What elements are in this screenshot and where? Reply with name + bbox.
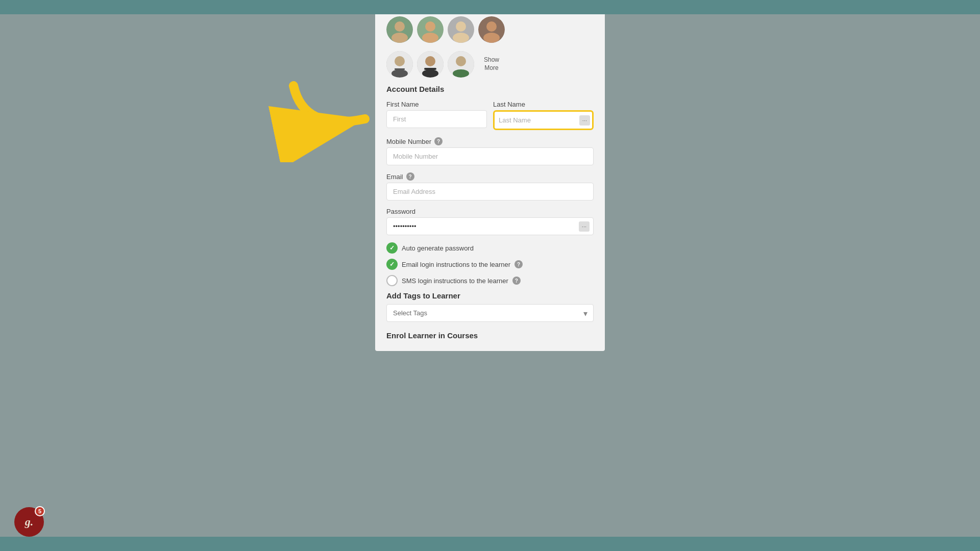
svg-point-5 bbox=[422, 33, 438, 43]
email-group: Email ? bbox=[386, 172, 594, 201]
password-toggle-button[interactable]: ··· bbox=[579, 221, 590, 232]
first-name-label-row: First Name bbox=[386, 101, 487, 108]
password-group: Password ··· bbox=[386, 208, 594, 235]
email-label-row: Email ? bbox=[386, 172, 594, 181]
avatar-6[interactable] bbox=[417, 51, 444, 78]
email-label: Email bbox=[386, 173, 403, 181]
mobile-group: Mobile Number ? bbox=[386, 137, 594, 165]
logo-text: g. bbox=[25, 515, 34, 529]
last-name-dots-button[interactable]: ··· bbox=[579, 115, 590, 126]
avatar-1[interactable] bbox=[386, 16, 413, 43]
svg-point-17 bbox=[425, 56, 435, 66]
name-row: First Name Last Name ··· bbox=[386, 101, 594, 130]
avatar-7[interactable] bbox=[448, 51, 474, 78]
avatar-grid-top bbox=[386, 16, 594, 43]
show-more-button[interactable]: Show More bbox=[478, 51, 505, 78]
email-login-help-icon[interactable]: ? bbox=[514, 260, 523, 268]
password-label: Password bbox=[386, 208, 415, 215]
sms-login-label: SMS login instructions to the learner bbox=[402, 277, 508, 285]
svg-point-11 bbox=[483, 33, 500, 43]
mobile-help-icon[interactable]: ? bbox=[434, 137, 443, 145]
last-name-highlighted-wrapper: ··· bbox=[493, 110, 594, 130]
svg-point-10 bbox=[486, 21, 497, 32]
tags-select-wrapper: Select Tags bbox=[386, 304, 594, 322]
sms-login-check[interactable] bbox=[386, 275, 398, 286]
tags-select[interactable]: Select Tags bbox=[386, 304, 594, 322]
last-name-group: Last Name ··· bbox=[493, 101, 594, 130]
email-login-check[interactable] bbox=[386, 259, 398, 270]
auto-generate-label: Auto generate password bbox=[402, 244, 474, 252]
top-bar bbox=[0, 0, 980, 14]
avatar-3[interactable] bbox=[448, 16, 474, 43]
email-help-icon[interactable]: ? bbox=[406, 172, 414, 181]
svg-point-22 bbox=[453, 69, 469, 78]
svg-point-8 bbox=[453, 33, 469, 43]
avatar-2[interactable] bbox=[417, 16, 444, 43]
first-name-input[interactable] bbox=[386, 110, 487, 128]
bottom-bar bbox=[0, 537, 980, 551]
password-wrapper: ··· bbox=[386, 217, 594, 235]
email-input[interactable] bbox=[386, 183, 594, 201]
email-login-row: Email login instructions to the learner … bbox=[386, 259, 594, 270]
svg-point-2 bbox=[391, 33, 408, 43]
sms-login-row: SMS login instructions to the learner ? bbox=[386, 275, 594, 286]
svg-point-4 bbox=[425, 21, 435, 32]
app-logo[interactable]: g. 5 bbox=[14, 507, 44, 537]
first-name-label: First Name bbox=[386, 101, 419, 108]
logo-badge: 5 bbox=[35, 506, 45, 516]
tags-section-title: Add Tags to Learner bbox=[386, 291, 594, 300]
svg-point-13 bbox=[395, 56, 405, 66]
svg-point-7 bbox=[456, 21, 466, 32]
email-login-label: Email login instructions to the learner bbox=[402, 261, 510, 268]
content-area: Show More Account Details First Name Las… bbox=[0, 14, 980, 537]
avatar-5[interactable] bbox=[386, 51, 413, 78]
last-name-input[interactable] bbox=[495, 112, 579, 129]
last-name-label-row: Last Name bbox=[493, 101, 594, 108]
first-name-group: First Name bbox=[386, 101, 487, 130]
account-details-title: Account Details bbox=[386, 85, 594, 93]
enrol-section-title: Enrol Learner in Courses bbox=[386, 331, 594, 340]
svg-point-1 bbox=[395, 21, 405, 32]
checkbox-group: Auto generate password Email login instr… bbox=[386, 242, 594, 286]
form-panel: Show More Account Details First Name Las… bbox=[375, 14, 605, 351]
svg-point-15 bbox=[391, 69, 408, 78]
password-input[interactable] bbox=[386, 217, 594, 235]
auto-generate-check[interactable] bbox=[386, 242, 398, 254]
svg-point-21 bbox=[456, 56, 466, 66]
mobile-input[interactable] bbox=[386, 147, 594, 165]
auto-generate-row: Auto generate password bbox=[386, 242, 594, 254]
avatar-grid-bottom: Show More bbox=[386, 51, 594, 78]
mobile-label-row: Mobile Number ? bbox=[386, 137, 594, 145]
svg-point-19 bbox=[422, 69, 438, 78]
password-label-row: Password bbox=[386, 208, 594, 215]
mobile-label: Mobile Number bbox=[386, 138, 431, 145]
avatar-4[interactable] bbox=[478, 16, 505, 43]
sms-login-help-icon[interactable]: ? bbox=[512, 277, 521, 285]
last-name-label: Last Name bbox=[493, 101, 525, 108]
